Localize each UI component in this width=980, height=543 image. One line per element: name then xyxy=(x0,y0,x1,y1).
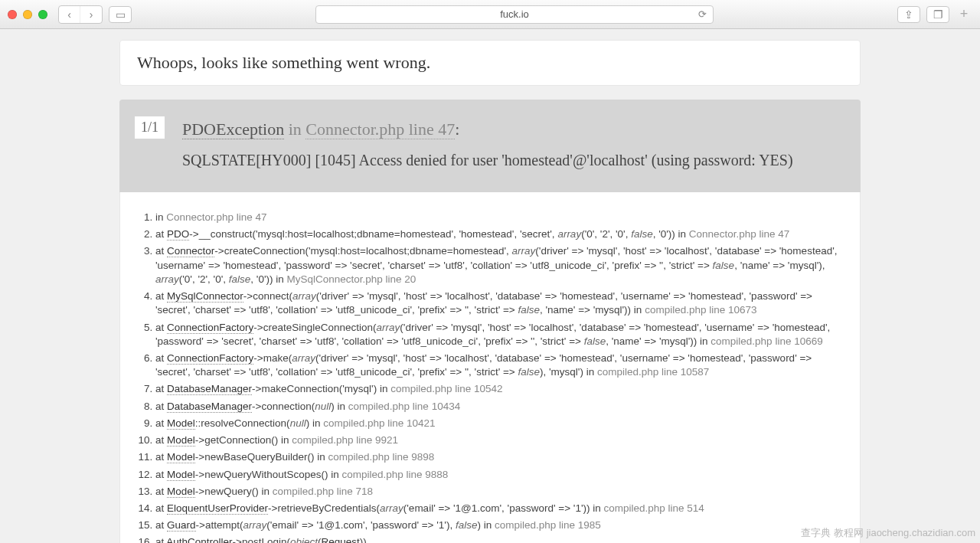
exception-in: in xyxy=(284,119,305,139)
window-controls xyxy=(8,10,47,19)
back-button[interactable]: ‹ xyxy=(59,6,80,23)
maximize-window-button[interactable] xyxy=(38,10,47,19)
share-button[interactable]: ⇪ xyxy=(897,6,920,23)
right-toolbar: ⇪ ❐ xyxy=(897,6,949,23)
nav-buttons: ‹ › xyxy=(58,5,103,24)
reload-icon[interactable]: ⟳ xyxy=(698,8,707,20)
exception-message: SQLSTATE[HY000] [1045] Access denied for… xyxy=(182,152,842,169)
watermark-text: 查字典 教程网 jiaocheng.chazidian.com xyxy=(801,526,975,540)
sidebar-toggle-button[interactable]: ▭ xyxy=(109,6,132,23)
trace-frame: at Model->newQuery() in compiled.php lin… xyxy=(155,483,843,500)
trace-list: in Connector.php line 47at PDO->__constr… xyxy=(125,209,843,543)
trace-frame: at ConnectionFactory->createSingleConnec… xyxy=(155,319,843,350)
tabs-button[interactable]: ❐ xyxy=(926,6,949,23)
trace-frame: at Guard->attempt(array('email' => '1@1.… xyxy=(155,517,843,534)
trace-frame: at Connector->createConnection('mysql:ho… xyxy=(155,243,843,288)
trace-frame: at ConnectionFactory->make(array('driver… xyxy=(155,350,843,381)
trace-frame: at AuthController->postLogin(object(Requ… xyxy=(155,534,843,543)
exception-header: 1/1 PDOException in Connector.php line 4… xyxy=(119,100,861,192)
exception-title-line: PDOException in Connector.php line 47: xyxy=(182,119,842,139)
trace-frame: at EloquentUserProvider->retrieveByCrede… xyxy=(155,500,843,517)
page-scroll-area[interactable]: Whoops, looks like something went wrong.… xyxy=(0,29,980,543)
address-bar-text: fuck.io xyxy=(500,8,529,20)
exception-location[interactable]: Connector.php line 47 xyxy=(305,119,455,139)
browser-title-bar: ‹ › ▭ fuck.io ⟳ ⇪ ❐ + xyxy=(0,0,980,29)
content-container: Whoops, looks like something went wrong.… xyxy=(119,40,861,543)
trace-frame: at DatabaseManager->makeConnection('mysq… xyxy=(155,381,843,397)
trace-frame: in Connector.php line 47 xyxy=(155,209,843,226)
trace-frame: at DatabaseManager->connection(null) in … xyxy=(155,398,843,415)
exception-class: PDOException xyxy=(182,119,284,139)
trace-frame: at PDO->__construct('mysql:host=localhos… xyxy=(155,226,843,243)
trace-frame: at Model->newQueryWithoutScopes() in com… xyxy=(155,466,843,483)
trace-frame: at Model::resolveConnection(null) in com… xyxy=(155,415,843,432)
minimize-window-button[interactable] xyxy=(23,10,32,19)
forward-button[interactable]: › xyxy=(80,6,102,23)
exception-colon: : xyxy=(455,119,459,139)
trace-frame: at Model->getConnection() in compiled.ph… xyxy=(155,432,843,449)
new-tab-button[interactable]: + xyxy=(956,6,972,22)
stack-trace: in Connector.php line 47at PDO->__constr… xyxy=(119,192,861,543)
trace-frame: at Model->newBaseQueryBuilder() in compi… xyxy=(155,449,843,466)
close-window-button[interactable] xyxy=(8,10,17,19)
whoops-banner: Whoops, looks like something went wrong. xyxy=(119,40,861,86)
exception-counter: 1/1 xyxy=(135,116,165,139)
address-bar-wrap: fuck.io ⟳ xyxy=(138,5,891,24)
trace-frame: at MySqlConnector->connect(array('driver… xyxy=(155,288,843,319)
address-bar[interactable]: fuck.io ⟳ xyxy=(315,5,714,24)
